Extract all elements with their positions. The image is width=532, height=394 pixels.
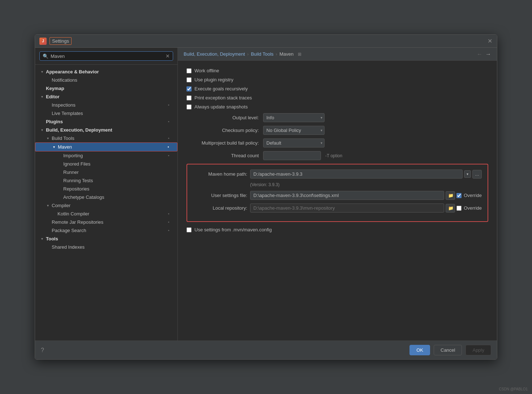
apply-button[interactable]: Apply — [466, 345, 491, 355]
sidebar-item-maven[interactable]: ▾ Maven ▪ — [35, 142, 177, 151]
settings-icon: ▪ — [168, 145, 173, 150]
settings-icon: ▪ — [168, 220, 173, 225]
settings-icon: ▪ — [168, 211, 173, 217]
use-settings-checkbox[interactable] — [186, 227, 192, 232]
user-settings-override-checkbox[interactable] — [456, 193, 462, 198]
breadcrumb-maven[interactable]: Maven — [279, 51, 293, 57]
checksum-policy-select-wrap: No Global Policy Fail Warn Ignore ▾ — [263, 126, 325, 135]
maven-home-browse-button[interactable]: … — [472, 170, 482, 179]
local-repo-input-wrap: 📁 Override — [250, 204, 482, 213]
output-level-select[interactable]: Info Debug Warning Error — [263, 113, 325, 122]
multiproject-policy-select[interactable]: Default Fail At End Fail Fast Never Fail — [263, 138, 325, 147]
footer-buttons: OK Cancel Apply — [409, 345, 491, 355]
sidebar-item-repositories[interactable]: Repositories — [35, 185, 177, 193]
search-input[interactable] — [51, 53, 163, 59]
settings-content: Work offline Use plugin registry Execute… — [178, 61, 497, 341]
breadcrumb-sep-1: › — [247, 51, 249, 57]
sidebar-item-runner[interactable]: Runner — [35, 168, 177, 176]
sidebar-item-plugins[interactable]: Plugins ▪ — [35, 117, 177, 126]
user-settings-input[interactable] — [250, 191, 444, 200]
thread-count-input[interactable] — [263, 151, 321, 160]
use-plugin-registry-label: Use plugin registry — [194, 77, 233, 82]
sidebar-item-importing[interactable]: Importing ▪ — [35, 151, 177, 160]
work-offline-row: Work offline — [186, 68, 488, 73]
local-repo-override-checkbox[interactable] — [456, 206, 462, 211]
sidebar-item-package-search[interactable]: Package Search ▪ — [35, 226, 177, 235]
sidebar-item-compiler[interactable]: ▾ Compiler — [35, 201, 177, 210]
sidebar-item-archetype-catalogs[interactable]: Archetype Catalogs — [35, 193, 177, 201]
local-repo-browse-button[interactable]: 📁 — [446, 204, 455, 213]
sidebar-item-ignored-files[interactable]: Ignored Files — [35, 160, 177, 168]
expand-icon-build-tools: ▾ — [45, 136, 50, 140]
checksum-policy-row: Checksum policy: No Global Policy Fail W… — [186, 126, 488, 135]
thread-count-row: Thread count -T option — [186, 151, 488, 160]
sidebar-item-label: Archetype Catalogs — [63, 194, 104, 200]
sidebar-item-build-tools[interactable]: ▾ Build Tools ▪ — [35, 134, 177, 142]
sidebar-item-running-tests[interactable]: Running Tests — [35, 176, 177, 185]
use-settings-row: Use settings from .mvn/maven.config — [186, 227, 488, 232]
sidebar-item-label: Build, Execution, Deployment — [46, 127, 112, 133]
sidebar: 🔍 ✕ ▾ Appearance & Behavior Notification… — [35, 48, 178, 341]
settings-icon: ▪ — [168, 119, 173, 124]
multiproject-policy-label: Multiproject build fail policy: — [186, 140, 259, 146]
use-settings-label: Use settings from .mvn/maven.config — [194, 227, 272, 232]
nav-back-button[interactable]: ← — [477, 51, 482, 57]
search-clear-button[interactable]: ✕ — [166, 53, 170, 59]
expand-icon-maven: ▾ — [51, 145, 56, 149]
sidebar-item-label: Repositories — [63, 186, 89, 192]
local-repo-label: Local repository: — [193, 205, 247, 211]
title-bar-left: J Settings — [39, 37, 72, 45]
app-icon: J — [39, 38, 47, 45]
sidebar-item-shared-indexes[interactable]: Shared Indexes — [35, 243, 177, 251]
sidebar-item-label: Running Tests — [63, 178, 93, 183]
sidebar-item-label: Remote Jar Repositories — [52, 219, 103, 225]
user-settings-label: User settings file: — [193, 193, 247, 198]
sidebar-item-build-exec[interactable]: ▾ Build, Execution, Deployment — [35, 126, 177, 134]
settings-dialog: J Settings ✕ 🔍 ✕ ▾ Appearance & Behavior — [35, 34, 497, 360]
sidebar-item-kotlin-compiler[interactable]: Kotlin Compiler ▪ — [35, 210, 177, 218]
watermark: CSDN @PABLO1 — [499, 387, 528, 391]
sidebar-item-notifications[interactable]: Notifications — [35, 76, 177, 84]
work-offline-checkbox[interactable] — [186, 68, 192, 73]
breadcrumb-sep-2: › — [276, 51, 277, 57]
breadcrumb-build-exec[interactable]: Build, Execution, Deployment — [184, 51, 245, 57]
local-repo-input[interactable] — [250, 204, 444, 213]
breadcrumb-build-tools[interactable]: Build Tools — [251, 51, 274, 57]
sidebar-item-label: Notifications — [52, 77, 77, 83]
search-icon: 🔍 — [43, 53, 48, 59]
sidebar-item-appearance[interactable]: ▾ Appearance & Behavior — [35, 68, 177, 76]
maven-home-dropdown-button[interactable]: ▾ — [464, 170, 471, 178]
help-button[interactable]: ? — [41, 347, 44, 354]
checksum-policy-select[interactable]: No Global Policy Fail Warn Ignore — [263, 126, 325, 135]
expand-icon-tools: ▾ — [39, 237, 44, 241]
use-plugin-registry-checkbox[interactable] — [186, 77, 192, 82]
maven-home-row: Maven home path: ▾ … — [193, 170, 482, 179]
sidebar-item-keymap[interactable]: Keymap — [35, 84, 177, 93]
cancel-button[interactable]: Cancel — [434, 345, 462, 355]
sidebar-item-tools[interactable]: ▾ Tools — [35, 235, 177, 243]
print-exception-checkbox[interactable] — [186, 95, 192, 100]
sidebar-item-live-templates[interactable]: Live Templates — [35, 109, 177, 117]
always-update-checkbox[interactable] — [186, 104, 192, 110]
breadcrumb-nav: ← → — [477, 51, 491, 57]
execute-goals-row: Execute goals recursively — [186, 86, 488, 91]
work-offline-label: Work offline — [194, 68, 219, 73]
sidebar-item-remote-jar[interactable]: Remote Jar Repositories ▪ — [35, 218, 177, 226]
sidebar-item-inspections[interactable]: Inspections ▪ — [35, 101, 177, 109]
title-bar: J Settings ✕ — [35, 35, 497, 48]
close-button[interactable]: ✕ — [487, 38, 493, 44]
sidebar-item-label: Keymap — [46, 86, 64, 91]
thread-count-label: Thread count — [186, 153, 259, 158]
settings-icon: ▪ — [168, 103, 173, 108]
content-area: 🔍 ✕ ▾ Appearance & Behavior Notification… — [35, 48, 497, 341]
user-settings-browse-button[interactable]: 📁 — [446, 191, 455, 200]
user-settings-row: User settings file: 📁 Override — [193, 191, 482, 200]
nav-forward-button[interactable]: → — [485, 51, 491, 57]
output-level-row: Output level: Info Debug Warning Error ▾ — [186, 113, 488, 122]
sidebar-item-editor[interactable]: ▾ Editor — [35, 93, 177, 101]
sidebar-item-label: Runner — [63, 170, 79, 175]
maven-home-input-wrap: ▾ … — [250, 170, 482, 179]
maven-home-input[interactable] — [250, 170, 463, 179]
ok-button[interactable]: OK — [409, 345, 430, 355]
execute-goals-checkbox[interactable] — [186, 86, 192, 91]
